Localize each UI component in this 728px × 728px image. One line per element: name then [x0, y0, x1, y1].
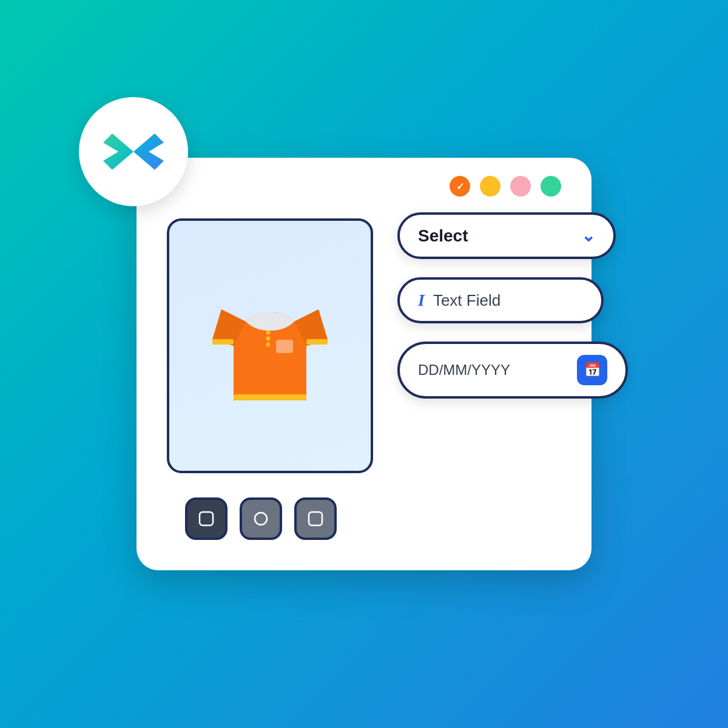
confirm-dot[interactable] [450, 176, 470, 197]
svg-rect-6 [306, 339, 328, 345]
logo-circle [79, 97, 188, 206]
svg-point-3 [266, 343, 271, 347]
date-placeholder: DD/MM/YYYY [418, 362, 510, 379]
chevron-down-icon: ⌄ [581, 226, 595, 246]
bottom-icon-3[interactable] [294, 497, 337, 540]
svg-rect-4 [234, 394, 306, 400]
calendar-button[interactable]: 📅 [577, 355, 607, 385]
product-image-area [167, 218, 373, 473]
calendar-icon: 📅 [584, 362, 601, 378]
select-label: Select [418, 226, 468, 246]
text-field-input[interactable]: I Text Field [397, 277, 604, 323]
error-dot[interactable] [510, 176, 531, 197]
scene: Select ⌄ I Text Field DD/MM/YYYY 📅 [115, 115, 613, 613]
warning-dot[interactable] [480, 176, 500, 197]
svg-rect-0 [276, 340, 293, 353]
svg-point-8 [255, 513, 267, 525]
select-dropdown[interactable]: Select ⌄ [397, 212, 616, 259]
text-field-label: Text Field [433, 291, 500, 310]
success-dot[interactable] [541, 176, 561, 197]
tshirt-illustration [209, 279, 331, 413]
logo-icon [100, 124, 167, 179]
bottom-icon-1[interactable] [185, 497, 228, 540]
svg-rect-5 [212, 339, 234, 345]
bottom-icon-2[interactable] [240, 497, 282, 540]
cursor-icon: I [418, 291, 425, 310]
bottom-icons-row [185, 497, 337, 540]
window-dots [450, 176, 561, 197]
svg-point-1 [266, 331, 271, 335]
svg-rect-7 [200, 512, 213, 525]
date-field-input[interactable]: DD/MM/YYYY 📅 [397, 342, 628, 399]
main-card: Select ⌄ I Text Field DD/MM/YYYY 📅 [136, 158, 592, 570]
svg-point-2 [266, 337, 271, 341]
form-elements: Select ⌄ I Text Field DD/MM/YYYY 📅 [397, 212, 628, 399]
svg-rect-9 [309, 512, 322, 525]
